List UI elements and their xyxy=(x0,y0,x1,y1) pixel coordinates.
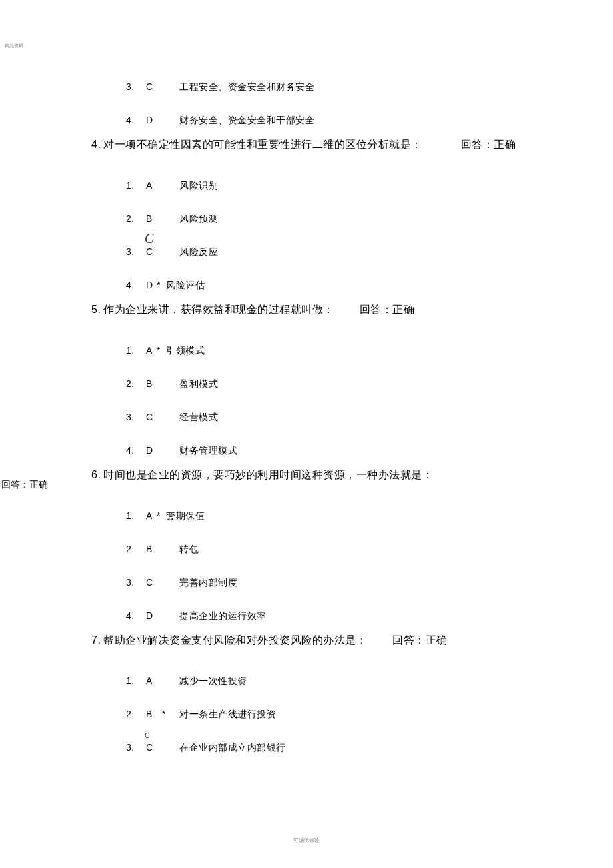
option-row: 2. B 转包 xyxy=(126,544,613,558)
question-5: 5.作为企业来讲，获得效益和现金的过程就叫做：回答：正确 1. A* 引领模式 … xyxy=(0,302,613,460)
question-prev-options: 3. C 工程安全、资金安全和财务安全 4. D 财务安全、资金安全和干部安全 xyxy=(0,81,613,129)
option-text: 盈利模式 xyxy=(179,378,218,390)
option-row: 2. B 风险预测 xyxy=(126,213,613,228)
option-text: 转包 xyxy=(179,544,199,556)
option-row: 4. D 财务管理模式 xyxy=(126,445,613,460)
handwritten-annotation: C xyxy=(145,232,154,245)
option-text: 经营模式 xyxy=(179,412,218,424)
option-letter: C xyxy=(146,412,179,422)
option-letter: A xyxy=(146,180,179,191)
option-row: 1. A 减少一次性投资 xyxy=(126,675,613,690)
option-number: 3. xyxy=(126,81,146,92)
option-text: 对一条生产线进行投资 xyxy=(179,709,276,721)
option-row: 4. D 提高企业的运行效率 xyxy=(126,610,613,625)
option-letter: A xyxy=(146,345,157,356)
question-text: 时间也是企业的资源，要巧妙的利用时间这种资源，一种办法就是： xyxy=(103,469,433,480)
question-stem: 4.对一项不确定性因素的可能性和重要性进行二维的区位分析就是：回答：正确 xyxy=(91,137,613,152)
answer-feedback: 回答：正确 xyxy=(392,633,448,648)
option-letter: D xyxy=(146,445,179,456)
option-number: 3. xyxy=(126,246,146,257)
option-letter: B xyxy=(146,544,179,554)
option-letter: D xyxy=(146,280,157,290)
option-text: 财务安全、资金安全和干部安全 xyxy=(179,115,314,127)
option-row: 3. C 工程安全、资金安全和财务安全 xyxy=(126,81,613,96)
option-row: 3. C 完善内部制度 xyxy=(126,577,613,592)
option-number: 2. xyxy=(126,378,146,389)
option-text: 风险识别 xyxy=(179,180,218,192)
question-6: 回答：正确 6.时间也是企业的资源，要巧妙的利用时间这种资源，一种办法就是： 1… xyxy=(0,468,613,625)
option-row: 4. D 财务安全、资金安全和干部安全 xyxy=(126,115,613,129)
option-row: 1. A 风险识别 xyxy=(126,180,613,195)
option-letter: C xyxy=(146,81,179,92)
option-number: 2. xyxy=(126,213,146,224)
option-letter: D xyxy=(146,115,179,125)
option-row: 2. B 盈利模式 xyxy=(126,378,613,393)
question-number: 6. xyxy=(91,468,103,482)
option-text: 在企业内部成立内部银行 xyxy=(179,742,286,754)
header-watermark: 精品资料 xyxy=(5,43,23,49)
handwritten-annotation: C xyxy=(145,731,150,739)
question-stem: 5.作为企业来讲，获得效益和现金的过程就叫做：回答：正确 xyxy=(91,302,613,317)
option-text: 风险反应 xyxy=(179,246,218,258)
option-letter: C xyxy=(146,577,179,588)
footer-watermark: 可编辑修改 xyxy=(0,837,613,844)
option-number: 2. xyxy=(126,544,146,554)
option-text: 风险预测 xyxy=(179,213,218,225)
option-number: 1. xyxy=(126,345,146,356)
option-number: 4. xyxy=(126,445,146,456)
option-text: 减少一次性投资 xyxy=(179,675,247,687)
option-text: 财务管理模式 xyxy=(179,445,237,457)
option-letter: A xyxy=(146,510,157,521)
option-number: 4. xyxy=(126,115,146,125)
question-text: 对一项不确定性因素的可能性和重要性进行二维的区位分析就是： xyxy=(103,139,422,150)
option-number: 3. xyxy=(126,412,146,422)
option-number: 1. xyxy=(126,675,146,686)
question-text: 作为企业来讲，获得效益和现金的过程就叫做： xyxy=(103,304,334,315)
option-row: 1. A* 引领模式 xyxy=(126,345,613,360)
option-text: 套期保值 xyxy=(166,510,205,522)
question-number: 7. xyxy=(91,633,103,648)
correct-star-icon: * xyxy=(157,280,166,290)
option-letter: B xyxy=(146,709,162,719)
option-letter: B xyxy=(146,378,179,389)
option-text: 风险评估 xyxy=(166,280,205,292)
correct-star-icon: * xyxy=(157,510,166,521)
option-number: 3. xyxy=(126,577,146,588)
option-row: 1. A* 套期保值 xyxy=(126,510,613,525)
option-letter: C xyxy=(146,742,179,753)
question-number: 5. xyxy=(91,302,103,317)
question-4: 4.对一项不确定性因素的可能性和重要性进行二维的区位分析就是：回答：正确 1. … xyxy=(0,137,613,294)
option-row: 4. D* 风险评估 xyxy=(126,280,613,294)
option-number: 2. xyxy=(126,709,146,719)
option-number: 1. xyxy=(126,180,146,191)
option-number: 1. xyxy=(126,510,146,521)
question-stem: 6.时间也是企业的资源，要巧妙的利用时间这种资源，一种办法就是： xyxy=(91,468,613,482)
option-row: 3. C 经营模式 xyxy=(126,412,613,426)
option-number: 4. xyxy=(126,610,146,621)
question-7: 7.帮助企业解决资金支付风险和对外投资风险的办法是：回答：正确 1. A 减少一… xyxy=(0,633,613,757)
option-text: 引领模式 xyxy=(166,345,205,357)
correct-star-icon: * xyxy=(157,345,166,356)
option-letter: A xyxy=(146,675,179,686)
correct-star-icon: * xyxy=(162,709,179,719)
option-letter: B xyxy=(146,213,179,224)
option-letter: D xyxy=(146,610,179,621)
option-text: 工程安全、资金安全和财务安全 xyxy=(179,81,314,93)
option-row: C 3. C 风险反应 xyxy=(126,246,613,261)
option-row: 2. B* 对一条生产线进行投资 xyxy=(126,709,613,723)
option-letter: C xyxy=(146,246,179,257)
option-text: 提高企业的运行效率 xyxy=(179,610,267,622)
option-text: 完善内部制度 xyxy=(179,577,237,589)
option-row: C 3. C 在企业内部成立内部银行 xyxy=(126,742,613,757)
answer-feedback: 回答：正确 xyxy=(360,302,415,317)
document-body: 3. C 工程安全、资金安全和财务安全 4. D 财务安全、资金安全和干部安全 … xyxy=(0,67,613,762)
question-number: 4. xyxy=(91,137,103,152)
answer-feedback: 回答：正确 xyxy=(461,137,516,152)
answer-feedback: 回答：正确 xyxy=(1,477,48,492)
option-number: 3. xyxy=(126,742,146,753)
question-text: 帮助企业解决资金支付风险和对外投资风险的办法是： xyxy=(103,634,367,646)
option-number: 4. xyxy=(126,280,146,290)
question-stem: 7.帮助企业解决资金支付风险和对外投资风险的办法是：回答：正确 xyxy=(91,633,613,648)
